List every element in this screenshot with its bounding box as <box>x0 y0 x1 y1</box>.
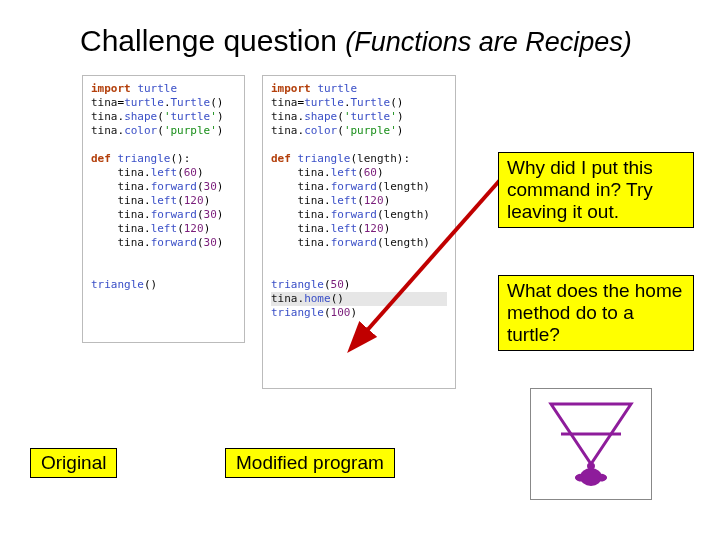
svg-point-4 <box>587 463 595 470</box>
svg-point-3 <box>580 468 602 486</box>
note-home-method: What does the home method do to a turtle… <box>498 275 694 351</box>
turtle-output-image <box>530 388 652 500</box>
note-why-command: Why did I put this command in? Try leavi… <box>498 152 694 228</box>
svg-line-0 <box>363 180 500 335</box>
label-original: Original <box>30 448 117 478</box>
label-modified: Modified program <box>225 448 395 478</box>
